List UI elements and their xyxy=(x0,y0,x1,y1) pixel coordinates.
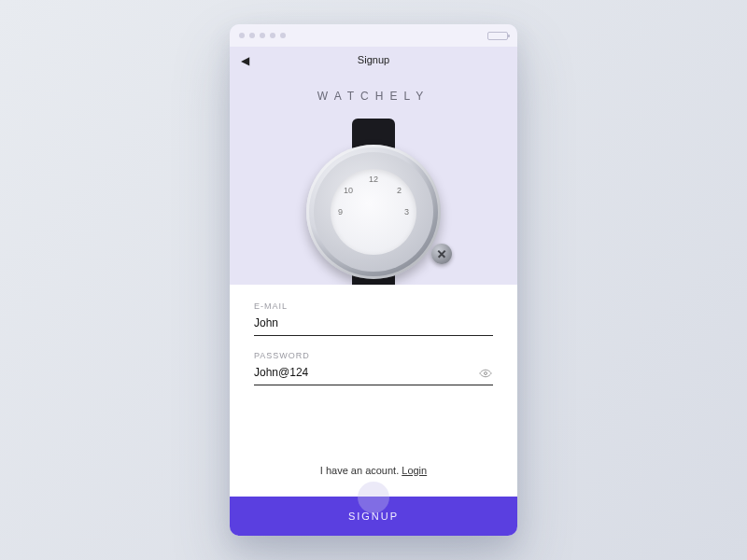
dial-number: 3 xyxy=(404,207,409,217)
watch-illustration: 12 2 3 9 10 xyxy=(289,128,458,286)
window-chrome xyxy=(230,24,517,47)
dial-number: 2 xyxy=(397,186,402,195)
dot-icon xyxy=(260,33,265,38)
password-label: PASSWORD xyxy=(254,351,493,360)
dot-icon xyxy=(280,33,286,38)
watch-bezel: 12 2 3 9 10 xyxy=(314,152,433,272)
battery-icon xyxy=(487,32,508,40)
app-frame: ◀ Signup WATCHELY 12 2 3 9 10 xyxy=(230,24,517,536)
watch-dial: 12 2 3 9 10 xyxy=(331,169,416,255)
dot-icon xyxy=(270,33,275,38)
watch-crown-icon xyxy=(431,244,452,264)
password-input[interactable] xyxy=(254,362,493,385)
page-title: Signup xyxy=(358,54,389,65)
eye-icon[interactable] xyxy=(478,369,493,378)
svg-point-0 xyxy=(485,372,487,375)
hero-image: 12 2 3 9 10 xyxy=(230,112,517,285)
signup-button-label: SIGNUP xyxy=(348,511,399,522)
dot-icon xyxy=(239,33,245,38)
signup-form: E-MAIL PASSWORD I have an acount. Login xyxy=(230,285,517,497)
dial-number: 10 xyxy=(344,186,353,195)
watch-case: 12 2 3 9 10 xyxy=(306,145,441,279)
window-dots xyxy=(239,33,286,38)
signup-button[interactable]: SIGNUP xyxy=(230,497,517,536)
nav-bar: ◀ Signup xyxy=(230,47,517,73)
back-icon[interactable]: ◀ xyxy=(241,54,249,67)
email-input[interactable] xyxy=(254,313,493,336)
login-prompt-text: I have an acount. xyxy=(320,465,402,476)
dot-icon xyxy=(249,33,255,38)
email-label: E-MAIL xyxy=(254,301,493,311)
password-field-group: PASSWORD xyxy=(254,351,493,385)
dial-number: 12 xyxy=(369,175,378,184)
brand-logo: WATCHELY xyxy=(230,73,517,112)
login-link[interactable]: Login xyxy=(402,465,427,476)
email-field-group: E-MAIL xyxy=(254,301,493,336)
dial-number: 9 xyxy=(338,207,343,217)
